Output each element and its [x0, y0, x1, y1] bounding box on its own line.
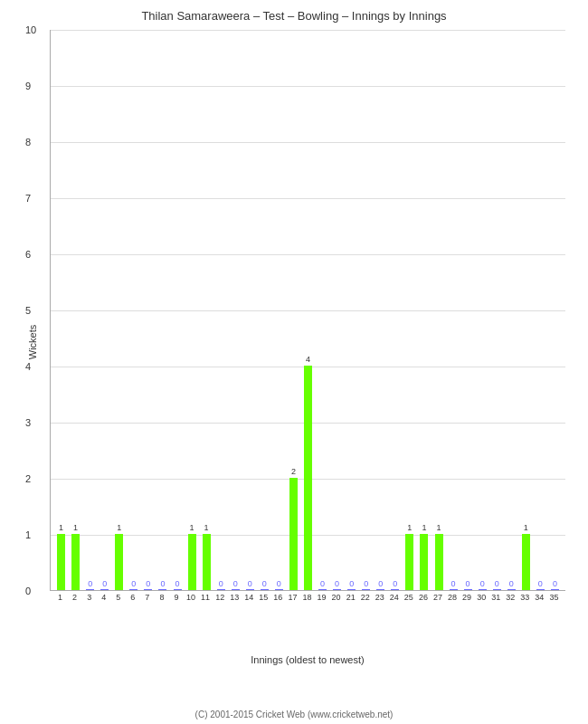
x-tick-label: 12	[215, 593, 224, 602]
bar-label: 0	[553, 579, 557, 588]
grid-line	[51, 142, 565, 143]
bar	[71, 534, 80, 590]
bar	[318, 589, 327, 590]
y-tick-label: 4	[25, 361, 31, 372]
copyright: (C) 2001-2015 Cricket Web (www.cricketwe…	[0, 710, 588, 719]
x-tick-label: 33	[520, 593, 529, 602]
bar	[174, 589, 182, 590]
bar-label: 1	[407, 523, 412, 532]
y-tick-label: 1	[25, 529, 31, 540]
x-tick-label: 27	[433, 593, 442, 602]
bar-label: 1	[73, 523, 78, 532]
bar-label: 1	[204, 523, 209, 532]
bar	[261, 589, 269, 590]
grid-line	[51, 198, 565, 199]
bar-label: 0	[219, 579, 223, 588]
x-tick-label: 9	[174, 593, 178, 602]
bar	[57, 534, 65, 590]
x-tick-label: 4	[101, 593, 106, 602]
bar-label: 0	[538, 579, 543, 588]
x-tick-label: 30	[477, 593, 486, 602]
x-tick-label: 32	[506, 593, 515, 602]
x-tick-label: 28	[448, 593, 457, 602]
bar-label: 1	[117, 523, 121, 532]
bar-label: 0	[364, 579, 368, 588]
bar-label: 0	[349, 579, 354, 588]
bar	[464, 589, 472, 590]
grid-line	[51, 310, 565, 311]
bar-label: 1	[524, 523, 528, 532]
y-tick-label: 7	[25, 193, 31, 204]
y-tick-label: 3	[25, 417, 31, 428]
bar	[144, 589, 152, 590]
x-tick-label: 35	[549, 593, 558, 602]
x-tick-label: 16	[273, 593, 282, 602]
x-tick-label: 22	[361, 593, 370, 602]
bar-label: 0	[175, 579, 179, 588]
bar	[536, 589, 545, 590]
y-tick-label: 8	[25, 137, 31, 148]
bar-label: 0	[451, 579, 456, 588]
x-tick-label: 34	[535, 593, 544, 602]
bar-label: 0	[320, 579, 325, 588]
bar-label: 0	[378, 579, 383, 588]
bar	[507, 589, 516, 590]
chart-container: Thilan Samaraweera – Test – Bowling – In…	[0, 0, 588, 724]
x-tick-label: 5	[116, 593, 120, 602]
x-tick-label: 23	[375, 593, 384, 602]
x-tick-label: 10	[186, 593, 195, 602]
bar-label: 0	[88, 579, 92, 588]
chart-title: Thilan Samaraweera – Test – Bowling – In…	[9, 9, 579, 23]
x-tick-label: 11	[201, 593, 210, 602]
y-tick-label: 5	[25, 305, 31, 316]
bar-label: 4	[306, 355, 310, 364]
x-tick-label: 14	[244, 593, 253, 602]
bar	[391, 589, 399, 590]
bar	[405, 534, 413, 590]
y-tick-label: 0	[25, 586, 31, 596]
x-tick-label: 8	[159, 593, 164, 602]
bar	[304, 366, 312, 590]
bar	[479, 589, 487, 590]
bar-label: 0	[131, 579, 136, 588]
x-tick-label: 18	[302, 593, 311, 602]
bar-label: 0	[248, 579, 252, 588]
x-tick-label: 21	[346, 593, 356, 602]
bar	[362, 589, 370, 590]
bar	[246, 589, 254, 590]
x-tick-label: 25	[404, 593, 413, 602]
x-axis-title: Innings (oldest to newest)	[50, 654, 565, 665]
plot-area: 0123456789101100100001100000240000001110…	[50, 30, 565, 591]
bar-label: 0	[262, 579, 267, 588]
bar-label: 0	[335, 579, 339, 588]
y-tick-label: 2	[25, 473, 31, 484]
bar-label: 0	[466, 579, 470, 588]
bar-label: 0	[102, 579, 107, 588]
bar-label: 1	[59, 523, 63, 532]
bar	[217, 589, 225, 590]
x-tick-label: 3	[87, 593, 91, 602]
bar	[522, 534, 530, 590]
bar-label: 0	[233, 579, 238, 588]
x-tick-label: 31	[491, 593, 500, 602]
grid-line	[51, 254, 565, 255]
x-tick-label: 24	[390, 593, 399, 602]
x-tick-label: 26	[419, 593, 428, 602]
y-tick-label: 9	[25, 81, 31, 91]
bar	[129, 589, 138, 590]
x-tick-label: 13	[230, 593, 239, 602]
bar	[203, 534, 211, 590]
bar-label: 0	[277, 579, 281, 588]
chart-area: Wickets 01234567891011001000011000002400…	[50, 30, 565, 654]
bar-label: 0	[160, 579, 165, 588]
grid-line	[51, 30, 565, 31]
bar	[551, 589, 559, 590]
bar	[232, 589, 240, 590]
x-tick-label: 1	[58, 593, 62, 602]
bar	[420, 534, 428, 590]
bar	[333, 589, 341, 590]
bar	[347, 589, 356, 590]
x-tick-label: 19	[318, 593, 327, 602]
bar-label: 0	[393, 579, 397, 588]
bar-label: 0	[495, 579, 499, 588]
